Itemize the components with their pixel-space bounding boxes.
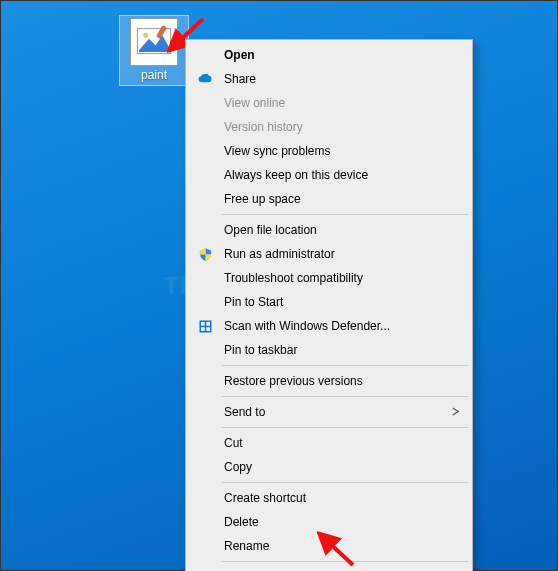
menu-item-troubleshoot-compatibility[interactable]: Troubleshoot compatibility	[188, 266, 470, 290]
menu-label: Share	[224, 72, 256, 86]
menu-item-cut[interactable]: Cut	[188, 431, 470, 455]
menu-label: Pin to Start	[224, 295, 283, 309]
menu-item-view-sync-problems[interactable]: View sync problems	[188, 139, 470, 163]
menu-label: Delete	[224, 515, 259, 529]
menu-item-properties[interactable]: Properties	[188, 565, 470, 571]
menu-separator	[222, 365, 468, 366]
menu-item-scan-defender[interactable]: Scan with Windows Defender...	[188, 314, 470, 338]
menu-label: Free up space	[224, 192, 301, 206]
menu-item-pin-to-start[interactable]: Pin to Start	[188, 290, 470, 314]
menu-item-copy[interactable]: Copy	[188, 455, 470, 479]
menu-separator	[222, 214, 468, 215]
desktop-shortcut-label: paint	[120, 68, 188, 82]
menu-label: Open file location	[224, 223, 317, 237]
menu-item-open-file-location[interactable]: Open file location	[188, 218, 470, 242]
context-menu: Open Share View online Version history V…	[185, 39, 473, 571]
admin-shield-icon	[196, 245, 214, 263]
menu-label: Troubleshoot compatibility	[224, 271, 363, 285]
onedrive-cloud-icon	[196, 70, 214, 88]
menu-item-share[interactable]: Share	[188, 67, 470, 91]
menu-label: Open	[224, 48, 255, 62]
menu-label: Run as administrator	[224, 247, 335, 261]
menu-item-delete[interactable]: Delete	[188, 510, 470, 534]
menu-label: View online	[224, 96, 285, 110]
menu-separator	[222, 427, 468, 428]
menu-item-view-online: View online	[188, 91, 470, 115]
menu-label: Pin to taskbar	[224, 343, 297, 357]
menu-item-always-keep[interactable]: Always keep on this device	[188, 163, 470, 187]
menu-item-restore-previous-versions[interactable]: Restore previous versions	[188, 369, 470, 393]
menu-item-pin-to-taskbar[interactable]: Pin to taskbar	[188, 338, 470, 362]
menu-label: Scan with Windows Defender...	[224, 319, 390, 333]
chevron-right-icon	[451, 406, 460, 418]
menu-label: Restore previous versions	[224, 374, 363, 388]
menu-item-rename[interactable]: Rename	[188, 534, 470, 558]
paint-shortcut-icon	[130, 18, 178, 66]
menu-label: Send to	[224, 405, 265, 419]
menu-separator	[222, 561, 468, 562]
defender-shield-icon	[196, 317, 214, 335]
menu-label: Version history	[224, 120, 303, 134]
svg-point-1	[143, 33, 148, 38]
desktop-shortcut-paint[interactable]: paint	[119, 15, 189, 86]
menu-item-version-history: Version history	[188, 115, 470, 139]
menu-separator	[222, 482, 468, 483]
menu-item-open[interactable]: Open	[188, 43, 470, 67]
desktop-background: TheGeekPage.com paint Open Share View o	[0, 0, 558, 571]
menu-label: Cut	[224, 436, 243, 450]
menu-item-send-to[interactable]: Send to	[188, 400, 470, 424]
menu-label: Create shortcut	[224, 491, 306, 505]
menu-label: Rename	[224, 539, 269, 553]
menu-item-run-as-administrator[interactable]: Run as administrator	[188, 242, 470, 266]
menu-label: Copy	[224, 460, 252, 474]
menu-item-create-shortcut[interactable]: Create shortcut	[188, 486, 470, 510]
menu-label: Always keep on this device	[224, 168, 368, 182]
menu-item-free-up-space[interactable]: Free up space	[188, 187, 470, 211]
menu-label: View sync problems	[224, 144, 331, 158]
menu-separator	[222, 396, 468, 397]
